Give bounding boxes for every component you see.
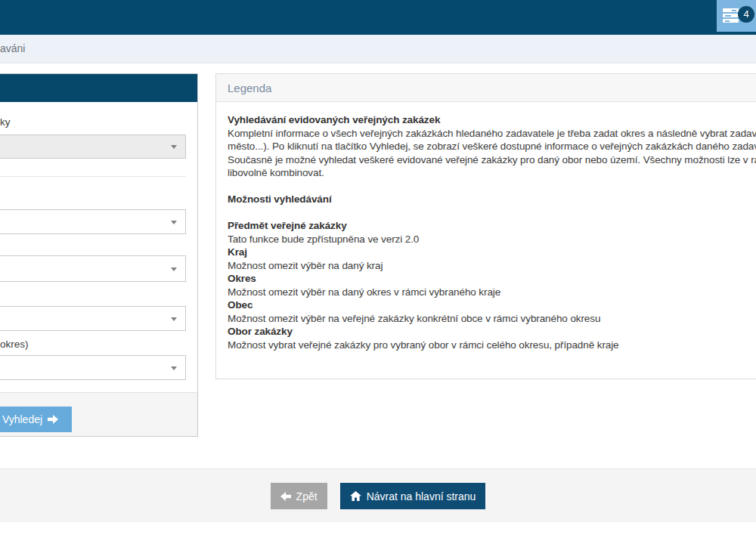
legend-body: Vyhledávání evidovaných veřejných zakáze… (216, 103, 756, 379)
top-navbar: 4 (0, 0, 756, 35)
legend-text-line: Současně je možné vyhledat veškeré evido… (228, 153, 756, 167)
legend-text-line: Možnost omezit výběr na daný kraj (228, 259, 756, 273)
dropdown-caret-icon (171, 145, 177, 149)
search-panel-footer: Vyhledej (0, 392, 197, 436)
fields-divider (0, 176, 186, 177)
legend-text-line: Možnost omezit výběr na veřejné zakázky … (228, 312, 756, 326)
obec-label (0, 288, 186, 301)
obor-select[interactable] (0, 355, 186, 380)
legend-heading: Předmět veřejné zakázky (228, 219, 756, 233)
legend-text-line: Možnost omezit výběr na daný okres v rám… (228, 286, 756, 299)
obec-select[interactable] (0, 306, 186, 331)
okres-select[interactable] (0, 255, 186, 282)
legend-heading: Okres (228, 272, 756, 286)
search-panel-header (0, 74, 197, 102)
home-button[interactable]: Návrat na hlavní stranu (340, 483, 486, 509)
legend-heading: Obor zakázky (228, 325, 756, 339)
home-icon (350, 491, 361, 501)
breadcrumb: aváni (0, 35, 25, 63)
obor-label: okres) (0, 339, 186, 351)
predmet-select (0, 134, 186, 159)
legend-panel-header: Legenda (216, 74, 756, 102)
legend-blank-line (228, 206, 756, 220)
breadcrumb-bar: aváni (0, 35, 756, 63)
kraj-label (0, 188, 186, 201)
legend-title: Legenda (228, 74, 271, 102)
footer-bar: Zpět Návrat na hlavní stranu (0, 468, 756, 522)
legend-text-line: Možnost vybrat veřejné zakázky pro vybra… (228, 339, 756, 352)
back-button[interactable]: Zpět (271, 483, 327, 509)
legend-panel: Legenda Vyhledávání evidovaných veřejnýc… (215, 73, 756, 379)
dropdown-caret-icon (171, 221, 177, 224)
kraj-select[interactable] (0, 209, 186, 234)
page: 4 aváni kyokres) Vyhledej Legenda Vyhled… (0, 0, 756, 538)
search-panel: kyokres) Vyhledej (0, 73, 198, 437)
legend-heading: Možnosti vyhledávání (228, 193, 756, 206)
okres-label (0, 238, 186, 251)
legend-heading: Kraj (228, 246, 756, 259)
notification-count-badge: 4 (738, 6, 754, 23)
arrow-left-icon (280, 492, 291, 501)
back-button-label: Zpět (296, 490, 318, 502)
arrow-right-icon (48, 415, 58, 424)
dropdown-caret-icon (171, 317, 177, 321)
legend-heading: Vyhledávání evidovaných veřejných zakáze… (228, 113, 756, 127)
legend-text-line: libovolně kombinovat. (228, 166, 756, 180)
legend-heading: Obec (228, 298, 756, 312)
search-button[interactable]: Vyhledej (0, 407, 72, 432)
search-button-label: Vyhledej (2, 413, 42, 425)
legend-text-line: Kompletní informace o všech veřejných za… (228, 127, 756, 141)
dropdown-caret-icon (171, 366, 177, 370)
legend-text-line: město...). Po kliknutí na tlačítko Vyhle… (228, 140, 756, 153)
home-button-label: Návrat na hlavní stranu (367, 490, 476, 502)
legend-blank-line (228, 180, 756, 193)
notifications-button[interactable]: 4 (717, 0, 756, 32)
dropdown-caret-icon (171, 267, 177, 271)
legend-text-line: Tato funkce bude zpřístupněna ve verzi 2… (228, 233, 756, 246)
predmet-label: ky (0, 116, 186, 129)
